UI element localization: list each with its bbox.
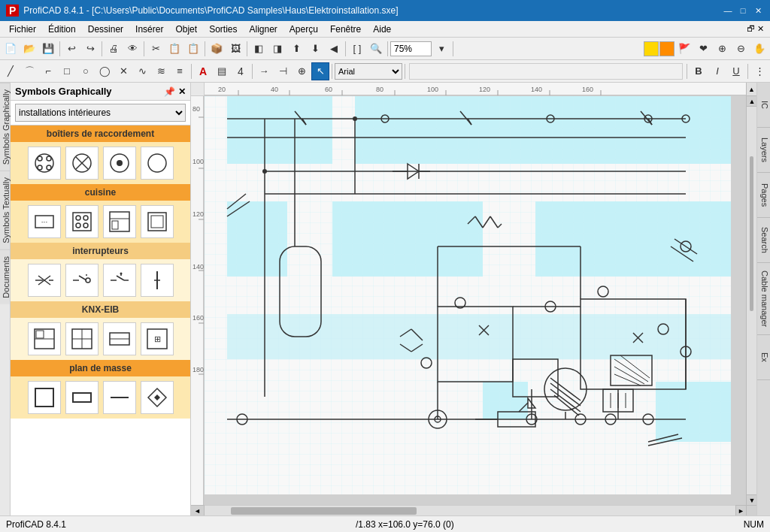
sym-item[interactable] xyxy=(65,147,99,180)
draw-rect-button[interactable]: □ xyxy=(58,62,76,80)
v-scroll-up-arrow[interactable]: ▲ xyxy=(746,83,756,96)
underline-button[interactable]: U xyxy=(727,62,745,80)
more-button[interactable]: ⋮ xyxy=(750,62,768,80)
draw-bezier-button[interactable]: ∿ xyxy=(133,62,151,80)
sym-item[interactable] xyxy=(65,205,99,238)
paste-button[interactable]: 📋 xyxy=(184,40,202,58)
h-scroll-right[interactable]: ► xyxy=(735,505,746,515)
sym-item[interactable] xyxy=(141,147,174,180)
v-scroll-thumb[interactable] xyxy=(750,156,753,311)
sym-item[interactable] xyxy=(103,381,136,414)
tab-search[interactable]: Search xyxy=(757,218,770,263)
menu-sorties[interactable]: Sorties xyxy=(203,23,243,36)
save-button[interactable]: 💾 xyxy=(39,40,57,58)
draw-arc-button[interactable]: ⌒ xyxy=(20,62,38,80)
menu-fenetre[interactable]: Fenêtre xyxy=(324,23,367,36)
sym-item[interactable] xyxy=(103,322,136,355)
menu-fichier[interactable]: Fichier xyxy=(3,23,42,36)
tab-symbols-graphically[interactable]: Symbols Graphically xyxy=(0,83,10,171)
tab-ic[interactable]: IC xyxy=(757,83,770,128)
canvas-area[interactable]: 20 40 60 80 100 120 140 160 xyxy=(191,83,756,515)
close-panel-icon[interactable]: ✕ xyxy=(178,86,186,97)
maximize-button[interactable]: □ xyxy=(737,5,749,17)
menu-apercu[interactable]: Aperçu xyxy=(283,23,324,36)
text-frame-button[interactable]: ▤ xyxy=(213,62,231,80)
menu-aide[interactable]: Aide xyxy=(367,23,397,36)
tab-cable-manager[interactable]: Cable manager xyxy=(757,263,770,335)
sym-item[interactable] xyxy=(103,264,136,297)
text-button[interactable]: A xyxy=(194,62,212,80)
redo-button[interactable]: ↪ xyxy=(81,40,99,58)
canvas-viewport[interactable] xyxy=(205,96,746,505)
h-scroll-thumb[interactable] xyxy=(231,507,417,515)
draw-parallel-button[interactable]: ≡ xyxy=(171,62,189,80)
zoom-fit-button[interactable]: 🔍 xyxy=(367,40,385,58)
cad-drawing[interactable] xyxy=(205,96,731,494)
undo-button[interactable]: ↩ xyxy=(62,40,80,58)
symbol-img-button[interactable]: 🖼 xyxy=(226,40,244,58)
sym-item[interactable] xyxy=(28,381,61,414)
sym-item[interactable] xyxy=(65,381,99,414)
align-left-button[interactable]: ◧ xyxy=(250,40,268,58)
copy-button[interactable]: 📋 xyxy=(165,40,183,58)
v-scroll-up[interactable]: ▲ xyxy=(747,96,756,107)
align-bottom-button[interactable]: ⬇ xyxy=(306,40,324,58)
draw-spline-button[interactable]: ≋ xyxy=(152,62,170,80)
zoom-in-button[interactable]: ⊕ xyxy=(713,40,731,58)
tab-symbols-textually[interactable]: Symbols Textually xyxy=(0,171,10,249)
tab-ex[interactable]: Ex xyxy=(757,335,770,380)
color-yellow-button[interactable] xyxy=(644,41,659,56)
align-top-button[interactable]: ⬆ xyxy=(287,40,305,58)
pin-icon[interactable]: 📌 xyxy=(164,86,175,97)
menu-aligner[interactable]: Aligner xyxy=(243,23,283,36)
symbol-category-select[interactable]: installations intérieures all symbols fa… xyxy=(15,104,186,122)
print-button[interactable]: 🖨 xyxy=(105,40,123,58)
sym-item[interactable] xyxy=(141,264,174,297)
menu-dessiner[interactable]: Dessiner xyxy=(82,23,129,36)
vertical-scrollbar[interactable]: ▲ ▼ xyxy=(746,96,756,505)
menu-objet[interactable]: Objet xyxy=(169,23,203,36)
sym-item[interactable] xyxy=(141,205,174,238)
flag-button[interactable]: 🚩 xyxy=(675,40,693,58)
counter-button[interactable]: 4 xyxy=(232,62,250,80)
italic-button[interactable]: I xyxy=(708,62,726,80)
menu-inserer[interactable]: Insérer xyxy=(129,23,169,36)
open-button[interactable]: 📂 xyxy=(20,40,38,58)
sym-item[interactable] xyxy=(28,147,61,180)
sym-item[interactable] xyxy=(103,147,136,180)
draw-poly-button[interactable]: ⌐ xyxy=(39,62,57,80)
tab-pages[interactable]: Pages xyxy=(757,173,770,218)
menu-edition[interactable]: Édition xyxy=(42,23,82,36)
sym-item[interactable] xyxy=(65,322,99,355)
symbol-lib-button[interactable]: 📦 xyxy=(208,40,226,58)
bus-button[interactable]: ⊣ xyxy=(274,62,292,80)
draw-line-button[interactable]: ╱ xyxy=(2,62,20,80)
h-scroll-left[interactable]: ◄ xyxy=(191,505,205,515)
tab-layers[interactable]: Layers xyxy=(757,128,770,173)
tab-documents[interactable]: Documents xyxy=(0,249,10,304)
sym-item[interactable] xyxy=(103,205,136,238)
select-button[interactable]: ↖ xyxy=(311,62,329,80)
sym-item[interactable] xyxy=(65,264,99,297)
frame-button[interactable]: [ ] xyxy=(348,40,366,58)
color-orange-button[interactable] xyxy=(659,41,675,56)
sym-item[interactable]: ⊞ xyxy=(141,322,174,355)
minimize-button[interactable]: — xyxy=(722,5,734,17)
sym-item[interactable] xyxy=(28,264,61,297)
align-right-button[interactable]: ◨ xyxy=(268,40,286,58)
wire-button[interactable]: → xyxy=(255,62,273,80)
zoom-dropdown-button[interactable]: ▾ xyxy=(432,40,450,58)
draw-x-button[interactable]: ✕ xyxy=(114,62,132,80)
pan-button[interactable]: ✋ xyxy=(750,40,768,58)
heart-button[interactable]: ❤ xyxy=(694,40,712,58)
h-scroll-track[interactable] xyxy=(205,505,735,515)
close-button[interactable]: ✕ xyxy=(752,5,764,17)
print-preview-button[interactable]: 👁 xyxy=(123,40,141,58)
cut-button[interactable]: ✂ xyxy=(147,40,165,58)
bold-button[interactable]: B xyxy=(690,62,708,80)
sym-item[interactable] xyxy=(28,322,61,355)
sym-item[interactable] xyxy=(141,381,174,414)
v-scroll-down[interactable]: ▼ xyxy=(747,494,756,505)
new-button[interactable]: 📄 xyxy=(2,40,20,58)
sym-item[interactable]: ··· xyxy=(28,205,61,238)
